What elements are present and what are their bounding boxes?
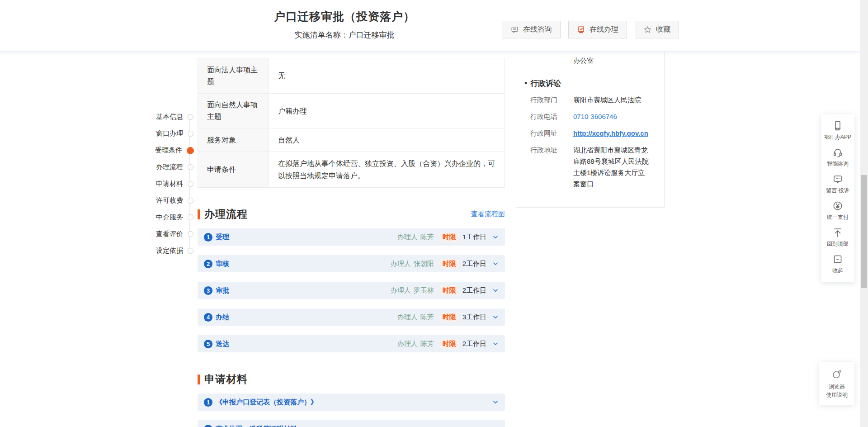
admin-website-link[interactable]: http://xcqfy.hbfy.gov.cn: [573, 128, 651, 139]
chat-icon: [510, 25, 519, 34]
panel-row: 行政地址 湖北省襄阳市襄城区青龙庙路88号襄城区人民法院主楼1楼诉讼服务大厅立案…: [530, 144, 655, 190]
admin-address-value: 湖北省襄阳市襄城区青龙庙路88号襄城区人民法院主楼1楼诉讼服务大厅立案窗口: [573, 144, 651, 190]
step-name: 办结: [216, 313, 229, 322]
sidebar-item-legal-basis[interactable]: 设定依据: [143, 242, 193, 259]
sidebar-item-reviews[interactable]: 查看评价: [143, 226, 193, 242]
smart-consult-item[interactable]: 智能咨询: [821, 147, 854, 168]
process-section-header: 办理流程 查看流程图: [198, 207, 505, 221]
page-header: 户口迁移审批（投资落户） 实施清单名称：户口迁移审批 在线咨询 在线办理: [0, 0, 860, 52]
favorite-label: 收藏: [656, 25, 670, 34]
row-value: 无: [269, 58, 505, 94]
process-step-row[interactable]: 5 送达 办理人 陈芳 时限 2工作日: [198, 335, 505, 352]
handler-name: 陈芳: [420, 340, 434, 348]
chevron-down-icon: [492, 287, 499, 294]
step-number-badge: 2: [204, 260, 212, 268]
chevron-down-icon: [492, 399, 499, 405]
chevron-down-icon: [492, 314, 499, 320]
process-step-row[interactable]: 2 审核 办理人 张朝阳 时限 2工作日: [198, 255, 505, 272]
sidebar-item-acceptance-conditions[interactable]: 受理条件: [143, 142, 193, 159]
unified-pay-icon: [832, 200, 843, 211]
process-step-row[interactable]: 3 审批 办理人 罗玉林 时限 2工作日: [198, 282, 505, 299]
table-row: 面向自然人事项主题 户籍办理: [198, 94, 505, 128]
nav-dot-active-icon: [187, 147, 194, 154]
toolbar-item-label: 鄂汇办APP: [824, 133, 851, 141]
online-apply-label: 在线办理: [590, 25, 618, 34]
process-step-row[interactable]: 1 受理 办理人 陈芳 时限 1工作日: [198, 228, 505, 246]
material-number-badge: 2: [204, 425, 212, 427]
ehuiban-app-item[interactable]: 鄂汇办APP: [821, 120, 854, 141]
row-label: 面向法人事项主题: [198, 58, 269, 94]
handler-name: 陈芳: [420, 313, 434, 322]
chevron-down-icon: [492, 261, 499, 267]
handler-name: 罗玉林: [414, 286, 434, 295]
browser-help-label: 浏览器 使用说明: [826, 383, 848, 399]
handler-label: 办理人: [397, 313, 418, 322]
sidebar-item-label: 中介服务: [156, 213, 183, 222]
table-row: 面向法人事项主题 无: [198, 58, 505, 94]
toolbar-item-label: 智能咨询: [827, 160, 849, 168]
sidebar-item-basic-info[interactable]: 基本信息: [143, 109, 193, 125]
step-duration: 2工作日: [462, 286, 486, 295]
sidebar-item-intermediary[interactable]: 中介服务: [143, 209, 193, 226]
scrollbar-thumb[interactable]: [861, 175, 867, 288]
admin-litigation-panel: 办公室 • 行政诉讼 行政部门 襄阳市襄城区人民法院 行政电话 0710-360…: [516, 52, 665, 208]
unified-payment-item[interactable]: 统一支付: [821, 200, 854, 221]
online-consult-button[interactable]: 在线咨询: [502, 21, 561, 38]
sidebar-item-license-fee[interactable]: 许可收费: [143, 192, 193, 209]
phone-icon: [832, 120, 843, 131]
toolbar-item-label: 统一支付: [827, 214, 849, 221]
nav-dot-icon: [188, 164, 193, 170]
sidebar-item-window-handling[interactable]: 窗口办理: [143, 125, 193, 142]
handler-label: 办理人: [397, 233, 418, 242]
main-content: 面向法人事项主题 无 面向自然人事项主题 户籍办理 服务对象 自然人 申请条件 …: [198, 52, 505, 427]
time-limit-label: 时限: [441, 313, 458, 322]
panel-row: 行政电话 0710-3606746: [530, 111, 655, 122]
step-name: 送达: [216, 340, 229, 348]
admin-phone-link[interactable]: 0710-3606746: [573, 111, 651, 122]
handler-name: 张朝阳: [414, 260, 434, 268]
toolbar-item-label: 收起: [832, 267, 843, 275]
materials-section-title: 申请材料: [204, 372, 248, 386]
row-value: 户籍办理: [269, 94, 505, 128]
browser-globe-icon: [831, 368, 843, 380]
sidebar-item-label: 申请材料: [156, 180, 183, 188]
view-flowchart-link[interactable]: 查看流程图: [471, 210, 505, 218]
step-name: 审批: [216, 286, 229, 295]
sidebar-item-label: 许可收费: [156, 196, 183, 205]
collapse-icon: [832, 254, 843, 265]
panel-row: 行政网址 http://xcqfy.hbfy.gov.cn: [530, 128, 655, 139]
admin-address-label: 行政地址: [530, 144, 573, 190]
nav-dot-icon: [188, 248, 193, 254]
time-limit-label: 时限: [441, 259, 458, 269]
online-apply-button[interactable]: 在线办理: [568, 21, 627, 38]
step-name: 审核: [216, 260, 229, 268]
material-item-row[interactable]: 1 《申报户口登记表（投资落户）》: [198, 394, 505, 411]
admin-dept-label: 行政部门: [530, 94, 573, 105]
collapse-toolbar-item[interactable]: 收起: [821, 254, 854, 275]
process-step-row[interactable]: 4 办结 办理人 陈芳 时限 3工作日: [198, 308, 505, 326]
nav-dot-icon: [188, 131, 193, 137]
favorite-button[interactable]: 收藏: [635, 21, 679, 38]
section-accent-bar: [198, 375, 200, 384]
section-accent-bar: [198, 209, 200, 219]
back-to-top-icon: [832, 227, 843, 238]
row-label: 服务对象: [198, 128, 269, 152]
row-label: 申请条件: [198, 152, 269, 188]
scrollbar-track[interactable]: [860, 0, 868, 427]
sidebar-item-label: 办理流程: [156, 163, 183, 171]
process-section-title: 办理流程: [204, 207, 248, 221]
sidebar-item-label: 查看评价: [156, 230, 183, 238]
sidebar-item-process[interactable]: 办理流程: [143, 159, 193, 176]
back-to-top-item[interactable]: 回到顶部: [821, 227, 854, 248]
anchor-nav: 基本信息 窗口办理 受理条件 办理流程 申请材料 许可收费 中介服务 查看评价 …: [143, 109, 193, 259]
chevron-down-icon: [492, 234, 499, 240]
sidebar-item-materials[interactable]: 申请材料: [143, 176, 193, 192]
material-item-row[interactable]: 2 营业执照、缴税等证明材料: [198, 420, 505, 427]
browser-help-line2: 使用说明: [826, 392, 848, 398]
sidebar-item-label: 基本信息: [156, 113, 183, 121]
feedback-complaint-item[interactable]: 留言 投诉: [821, 174, 854, 195]
step-duration: 1工作日: [462, 233, 486, 242]
material-name: 营业执照、缴税等证明材料: [216, 425, 297, 427]
admin-website-label: 行政网址: [530, 128, 573, 139]
browser-help-button[interactable]: 浏览器 使用说明: [819, 362, 854, 405]
